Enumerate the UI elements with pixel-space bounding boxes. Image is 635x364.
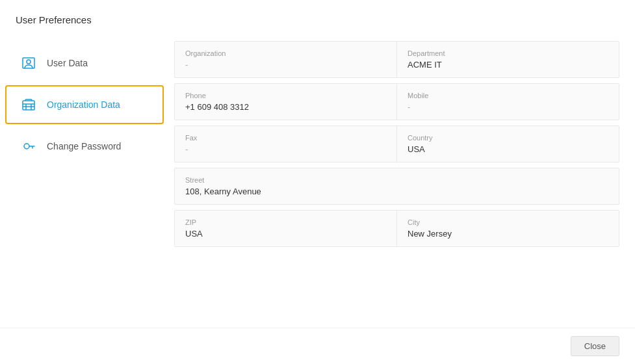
organization-label: Organization <box>185 49 386 57</box>
street-row: Street 108, Kearny Avenue <box>174 168 619 205</box>
svg-point-1 <box>27 60 31 64</box>
page-title: User Preferences <box>0 0 635 36</box>
phone-value: +1 609 408 3312 <box>185 102 386 112</box>
sidebar-item-user-data[interactable]: User Data <box>5 44 164 83</box>
zip-city-row: ZIP USA City New Jersey <box>174 210 619 247</box>
mobile-label: Mobile <box>408 92 608 99</box>
org-data-icon <box>19 96 38 114</box>
fax-label: Fax <box>185 134 386 142</box>
organization-department-row: Organization - Department ACME IT <box>174 41 619 78</box>
street-value: 108, Kearny Avenue <box>185 187 608 196</box>
mobile-field: Mobile - <box>396 84 619 120</box>
department-value: ACME IT <box>408 60 608 70</box>
phone-label: Phone <box>185 92 386 99</box>
zip-field: ZIP USA <box>175 211 396 246</box>
country-value: USA <box>408 144 608 154</box>
sidebar-item-organization-data[interactable]: Organization Data <box>5 85 164 124</box>
zip-value: USA <box>185 229 386 239</box>
fax-value: - <box>185 144 386 154</box>
phone-field: Phone +1 609 408 3312 <box>175 84 396 120</box>
department-label: Department <box>408 49 608 57</box>
sidebar-item-change-password[interactable]: Change Password <box>5 127 164 166</box>
street-field: Street 108, Kearny Avenue <box>175 168 619 204</box>
svg-point-7 <box>24 144 29 149</box>
content-area: Organization - Department ACME IT Phone … <box>169 36 635 328</box>
street-label: Street <box>185 176 608 184</box>
zip-label: ZIP <box>185 218 386 226</box>
phone-mobile-row: Phone +1 609 408 3312 Mobile - <box>174 83 619 120</box>
close-button[interactable]: Close <box>571 336 619 356</box>
organization-field: Organization - <box>175 42 396 77</box>
sidebar: User Data Organization Data <box>0 36 169 328</box>
fax-country-row: Fax - Country USA <box>174 125 619 162</box>
sidebar-item-change-password-label: Change Password <box>47 141 121 151</box>
key-icon <box>19 137 38 155</box>
mobile-value: - <box>408 102 608 112</box>
fax-field: Fax - <box>175 126 396 162</box>
footer: Close <box>0 328 635 364</box>
country-label: Country <box>408 134 608 142</box>
city-label: City <box>408 218 608 226</box>
user-data-icon <box>19 54 38 72</box>
sidebar-item-user-data-label: User Data <box>47 58 88 68</box>
department-field: Department ACME IT <box>396 42 619 77</box>
city-value: New Jersey <box>408 229 608 239</box>
city-field: City New Jersey <box>396 211 619 246</box>
country-field: Country USA <box>396 126 619 162</box>
sidebar-item-organization-data-label: Organization Data <box>47 99 120 110</box>
svg-rect-2 <box>23 101 34 110</box>
organization-value: - <box>185 60 386 70</box>
